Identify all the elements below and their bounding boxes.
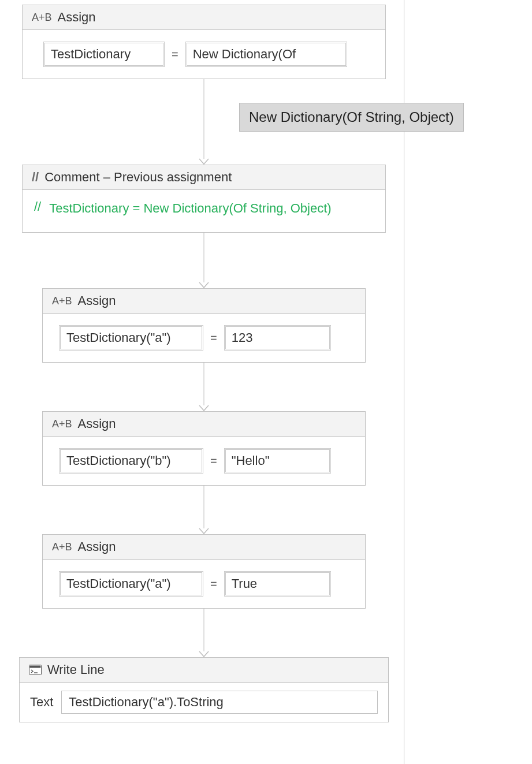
activity-title: Assign (58, 10, 96, 25)
assign-to-input[interactable]: TestDictionary("a") (59, 325, 203, 351)
activity-header: A+B Assign (43, 412, 365, 437)
comment-icon: // (32, 170, 39, 185)
writeline-text-input[interactable]: TestDictionary("a").ToString (61, 691, 378, 714)
activity-body: TestDictionary("a") = True (43, 560, 365, 608)
activity-body: TestDictionary = New Dictionary(Of (23, 30, 385, 79)
svg-rect-1 (30, 666, 41, 668)
assign-icon: A+B (32, 12, 52, 24)
assign-activity-3[interactable]: A+B Assign TestDictionary("b") = "Hello" (42, 411, 366, 486)
equals-label: = (209, 454, 218, 468)
flow-arrow (203, 486, 204, 534)
assign-activity-1[interactable]: A+B Assign TestDictionary = New Dictiona… (22, 5, 386, 79)
activity-header: // Comment – Previous assignment (23, 165, 385, 190)
assign-activity-2[interactable]: A+B Assign TestDictionary("a") = 123 (42, 288, 366, 363)
comment-glyph-icon: // (34, 198, 41, 214)
expression-tooltip: New Dictionary(Of String, Object) (239, 103, 464, 132)
assign-value-input[interactable]: True (224, 571, 331, 597)
activity-body: TestDictionary("a") = 123 (43, 314, 365, 362)
assign-activity-4[interactable]: A+B Assign TestDictionary("a") = True (42, 534, 366, 609)
assign-value-input[interactable]: "Hello" (224, 448, 331, 474)
assign-value-input[interactable]: 123 (224, 325, 331, 351)
workflow-canvas[interactable]: A+B Assign TestDictionary = New Dictiona… (0, 0, 532, 764)
flow-arrow (203, 233, 204, 288)
activity-header: A+B Assign (43, 289, 365, 314)
activity-body: // TestDictionary = New Dictionary(Of St… (23, 190, 385, 232)
text-label: Text (30, 695, 53, 710)
activity-title: Assign (78, 416, 116, 431)
assign-to-input[interactable]: TestDictionary (43, 42, 165, 67)
activity-header: A+B Assign (43, 535, 365, 560)
activity-title: Assign (78, 293, 116, 308)
assign-icon: A+B (52, 418, 72, 430)
activity-body: TestDictionary("b") = "Hello" (43, 437, 365, 485)
activity-title: Assign (78, 539, 116, 554)
activity-header: A+B Assign (23, 5, 385, 30)
console-icon (29, 665, 42, 675)
assign-icon: A+B (52, 295, 72, 307)
equals-label: = (209, 331, 218, 345)
assign-icon: A+B (52, 541, 72, 553)
equals-label: = (209, 577, 218, 591)
flow-arrow (203, 609, 204, 657)
activity-header: Write Line (20, 658, 388, 683)
equals-label: = (170, 48, 180, 61)
assign-to-input[interactable]: TestDictionary("b") (59, 448, 203, 474)
assign-to-input[interactable]: TestDictionary("a") (59, 571, 203, 597)
writeline-activity[interactable]: Write Line Text TestDictionary("a").ToSt… (19, 657, 389, 722)
comment-text[interactable]: TestDictionary = New Dictionary(Of Strin… (49, 198, 331, 218)
activity-title: Comment – Previous assignment (44, 170, 232, 185)
activity-title: Write Line (47, 662, 105, 677)
flow-arrow (203, 363, 204, 411)
activity-body: Text TestDictionary("a").ToString (20, 683, 388, 722)
assign-value-input[interactable]: New Dictionary(Of (185, 42, 347, 67)
comment-activity[interactable]: // Comment – Previous assignment // Test… (22, 165, 386, 233)
flow-arrow (203, 79, 204, 165)
